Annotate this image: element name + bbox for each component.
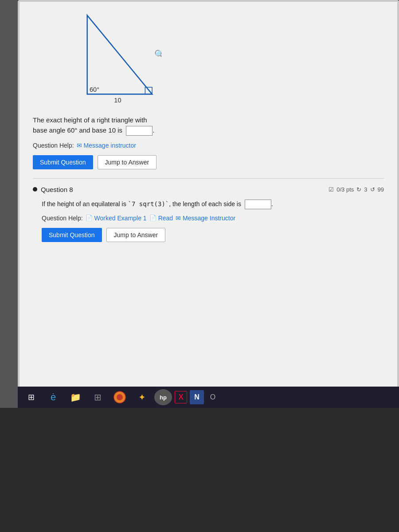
- q8-header: Question 8 ☑ 0/3 pts ↻ 3 ↺ 99: [33, 186, 384, 193]
- q8-help-row: Question Help: 📄 Worked Example 1 📄 Read…: [42, 215, 384, 222]
- q7-help-label: Question Help:: [33, 142, 74, 149]
- svg-marker-0: [87, 16, 152, 94]
- checkbox-icon: ☑: [329, 186, 334, 193]
- taskbar: ⊞ ė 📁 ⊞ ✦ hp X N O: [18, 387, 399, 408]
- monitor-left-edge: [0, 0, 18, 408]
- svg-point-6: [117, 394, 123, 400]
- triangle-diagram: 60° 10 🔍: [33, 11, 384, 108]
- doc-icon-1: 📄: [86, 215, 93, 221]
- q7-jump-button[interactable]: Jump to Answer: [98, 155, 157, 169]
- q8-answer-input[interactable]: [245, 200, 271, 209]
- q8-pts-info: ☑ 0/3 pts ↻ 3 ↺ 99: [329, 186, 384, 193]
- q7-text-line2: base angle 60° and base 10 is: [33, 126, 122, 134]
- envelope-icon: ✉: [77, 142, 82, 149]
- refresh-icon: ↺: [370, 186, 375, 193]
- n-label: N: [194, 393, 200, 401]
- q8-content: If the height of an equilateral is `7 sq…: [33, 200, 384, 242]
- q8-read-link[interactable]: 📄 Read: [149, 215, 173, 222]
- svg-text:🔍: 🔍: [154, 49, 161, 59]
- doc-icon-2: 📄: [149, 215, 156, 221]
- grid-icon: ⊞: [94, 392, 102, 403]
- svg-text:60°: 60°: [90, 86, 99, 93]
- app-grid-button[interactable]: ⊞: [88, 388, 107, 406]
- n-button[interactable]: N: [190, 390, 204, 404]
- svg-text:10: 10: [114, 97, 121, 104]
- orange-app-button[interactable]: [110, 388, 129, 406]
- ie-browser-button[interactable]: ė: [43, 388, 63, 406]
- q8-retries: 3: [364, 186, 367, 193]
- q7-submit-button[interactable]: Submit Question: [33, 155, 93, 169]
- orange-circle-icon: [113, 391, 126, 404]
- desk-area: [0, 408, 399, 532]
- star-app-button[interactable]: ✦: [132, 388, 152, 406]
- screen: 60° 10 🔍 The exact height of a right tri…: [20, 2, 397, 406]
- q8-jump-button[interactable]: Jump to Answer: [106, 228, 166, 242]
- q8-read-text: Read: [158, 215, 173, 222]
- windows-icon: ⊞: [28, 392, 35, 402]
- q8-title-label: Question 8: [41, 186, 73, 193]
- question7-text: The exact height of a right triangle wit…: [33, 115, 384, 136]
- q8-worked-example-text: Worked Example 1: [94, 215, 147, 222]
- q8-buttons-row: Submit Question Jump to Answer: [42, 228, 384, 242]
- q7-buttons-row: Submit Question Jump to Answer: [33, 155, 384, 169]
- section-divider: [33, 178, 384, 179]
- monitor-frame: 60° 10 🔍 The exact height of a right tri…: [18, 0, 399, 408]
- x-button[interactable]: X: [175, 391, 187, 403]
- q8-message-instructor-link[interactable]: ✉ Message Instructor: [176, 215, 235, 222]
- windows-start-button[interactable]: ⊞: [21, 388, 41, 406]
- q8-submit-button[interactable]: Submit Question: [42, 228, 102, 242]
- retry-icon: ↻: [356, 186, 361, 193]
- q8-attempts: 99: [378, 186, 384, 193]
- file-explorer-button[interactable]: 📁: [66, 388, 85, 406]
- q8-bullet: [33, 187, 37, 192]
- main-content: 60° 10 🔍 The exact height of a right tri…: [20, 2, 397, 406]
- q8-pts-label: 0/3 pts: [336, 186, 354, 193]
- hp-label: hp: [160, 394, 167, 401]
- q8-title-area: Question 8: [33, 186, 73, 193]
- q8-help-label: Question Help:: [42, 215, 83, 222]
- o-button[interactable]: O: [207, 391, 219, 403]
- q7-help-row: Question Help: ✉ Message instructor: [33, 142, 384, 149]
- o-label: O: [210, 393, 215, 401]
- q8-worked-example-link[interactable]: 📄 Worked Example 1: [86, 215, 147, 222]
- hp-button[interactable]: hp: [154, 389, 172, 405]
- q8-text: If the height of an equilateral is `7 sq…: [42, 200, 384, 209]
- q7-message-text: Message instructor: [84, 142, 136, 149]
- star-icon: ✦: [138, 392, 146, 403]
- q7-text-line1: The exact height of a right triangle wit…: [33, 116, 147, 124]
- folder-icon: 📁: [70, 392, 81, 403]
- q8-message-text: Message Instructor: [183, 215, 235, 222]
- q7-message-instructor-link[interactable]: ✉ Message instructor: [77, 142, 136, 149]
- q7-answer-input[interactable]: [126, 126, 153, 136]
- ie-icon: ė: [51, 391, 56, 403]
- envelope-icon-2: ✉: [176, 215, 181, 222]
- x-label: X: [179, 393, 184, 401]
